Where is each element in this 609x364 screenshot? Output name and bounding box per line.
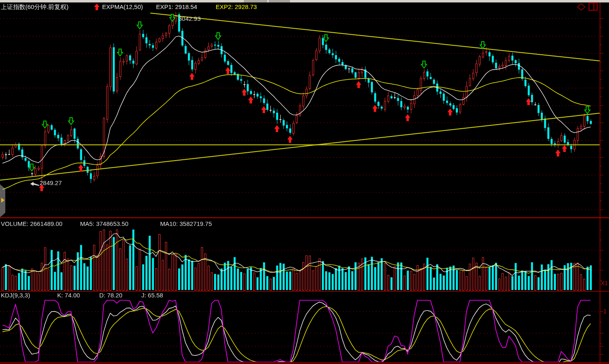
exp2-value: EXP2: 2928.73: [216, 3, 257, 11]
up-arrow-icon: [94, 4, 100, 10]
volume-axis-label: X1: [601, 280, 608, 286]
window-icon[interactable]: [588, 2, 598, 11]
volume-value: VOLUME: 2661489.00: [1, 220, 62, 227]
kdj-k-value: K: 74.00: [57, 292, 80, 299]
volume-ma10-value: MA10: 3582719.75: [160, 220, 212, 227]
chart-canvas[interactable]: [0, 0, 609, 364]
indicator-name: EXPMA(12,50): [102, 3, 143, 11]
pane-separator: [0, 291, 609, 292]
kdj-axis-label: 1: [603, 308, 607, 315]
pane-separator: [0, 217, 609, 218]
trading-app-window: 上证指数(60分钟.前复权) EXPMA(12,50) EXP1: 2918.5…: [0, 0, 609, 364]
volume-ma5-value: MA5: 3748653.50: [80, 220, 128, 227]
kdj-indicator-name: KDJ(9,3,3): [1, 292, 30, 299]
high-price-label: 3042.93: [178, 15, 201, 22]
side-panel-expand-handle[interactable]: [0, 184, 5, 217]
kdj-j-value: J: 65.58: [141, 292, 163, 299]
window-bottom-border: [0, 362, 609, 364]
diamond-icon[interactable]: [577, 3, 586, 11]
expand-arrow-icon: [1, 198, 4, 203]
exp1-value: EXP1: 2918.54: [156, 3, 197, 11]
kdj-d-value: D: 78.20: [99, 292, 123, 299]
left-arrow-icon: [30, 181, 39, 186]
symbol-title: 上证指数(60分钟.前复权): [1, 3, 69, 11]
low-price-label: 2849.27: [40, 179, 62, 186]
